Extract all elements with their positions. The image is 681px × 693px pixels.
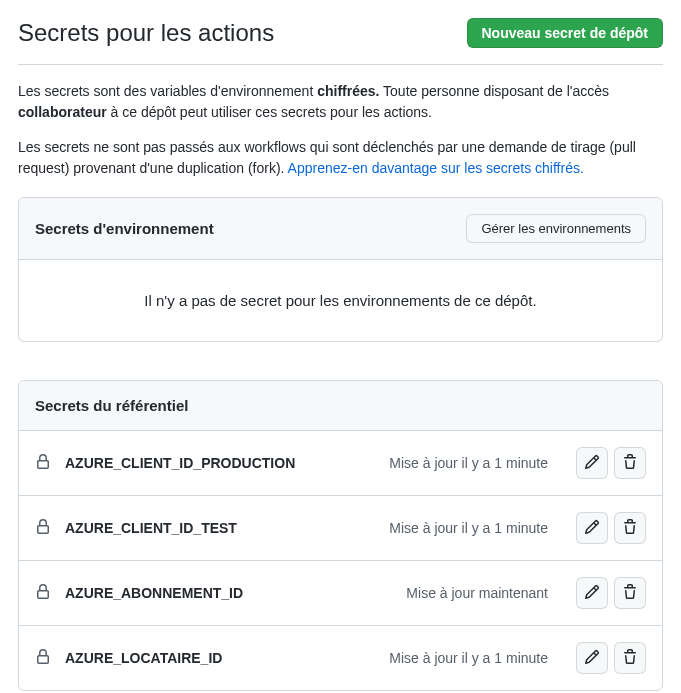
repo-secrets-panel: Secrets du référentiel AZURE_CLIENT_ID_P… <box>18 380 663 691</box>
pencil-icon <box>584 519 600 538</box>
intro-bold-encrypted: chiffrées. <box>317 83 379 99</box>
secret-updated: Mise à jour il y a 1 minute <box>389 650 548 666</box>
secret-updated: Mise à jour il y a 1 minute <box>389 520 548 536</box>
manage-environments-button[interactable]: Gérer les environnements <box>466 214 646 243</box>
trash-icon <box>622 519 638 538</box>
env-secrets-panel: Secrets d'environnement Gérer les enviro… <box>18 197 663 342</box>
edit-secret-button[interactable] <box>576 642 608 674</box>
learn-more-link[interactable]: Apprenez-en davantage sur les secrets ch… <box>288 160 584 176</box>
trash-icon <box>622 649 638 668</box>
secret-updated: Mise à jour maintenant <box>406 585 548 601</box>
pencil-icon <box>584 649 600 668</box>
delete-secret-button[interactable] <box>614 447 646 479</box>
pencil-icon <box>584 454 600 473</box>
delete-secret-button[interactable] <box>614 642 646 674</box>
intro-text-part: Toute personne disposant de l'accès <box>379 83 609 99</box>
secret-row: AZURE_CLIENT_ID_TEST Mise à jour il y a … <box>19 496 662 561</box>
lock-icon <box>35 649 51 668</box>
edit-secret-button[interactable] <box>576 447 608 479</box>
lock-icon <box>35 454 51 473</box>
lock-icon <box>35 584 51 603</box>
trash-icon <box>622 454 638 473</box>
delete-secret-button[interactable] <box>614 577 646 609</box>
repo-secrets-title: Secrets du référentiel <box>35 397 188 414</box>
secret-name: AZURE_CLIENT_ID_TEST <box>65 520 237 536</box>
secret-name: AZURE_LOCATAIRE_ID <box>65 650 222 666</box>
delete-secret-button[interactable] <box>614 512 646 544</box>
trash-icon <box>622 584 638 603</box>
lock-icon <box>35 519 51 538</box>
env-secrets-empty-message: Il n'y a pas de secret pour les environn… <box>19 260 662 341</box>
secret-updated: Mise à jour il y a 1 minute <box>389 455 548 471</box>
secret-name: AZURE_CLIENT_ID_PRODUCTION <box>65 455 295 471</box>
edit-secret-button[interactable] <box>576 577 608 609</box>
secret-row: AZURE_CLIENT_ID_PRODUCTION Mise à jour i… <box>19 431 662 496</box>
secret-name: AZURE_ABONNEMENT_ID <box>65 585 243 601</box>
edit-secret-button[interactable] <box>576 512 608 544</box>
intro-text-part: à ce dépôt peut utiliser ces secrets pou… <box>107 104 432 120</box>
page-title: Secrets pour les actions <box>18 19 274 47</box>
secret-row: AZURE_LOCATAIRE_ID Mise à jour il y a 1 … <box>19 626 662 690</box>
new-repo-secret-button[interactable]: Nouveau secret de dépôt <box>467 18 664 48</box>
pencil-icon <box>584 584 600 603</box>
intro-bold-collaborator: collaborateur <box>18 104 107 120</box>
secret-row: AZURE_ABONNEMENT_ID Mise à jour maintena… <box>19 561 662 626</box>
env-secrets-title: Secrets d'environnement <box>35 220 214 237</box>
intro-text-part: Les secrets sont des variables d'environ… <box>18 83 317 99</box>
intro-text: Les secrets sont des variables d'environ… <box>18 81 663 179</box>
